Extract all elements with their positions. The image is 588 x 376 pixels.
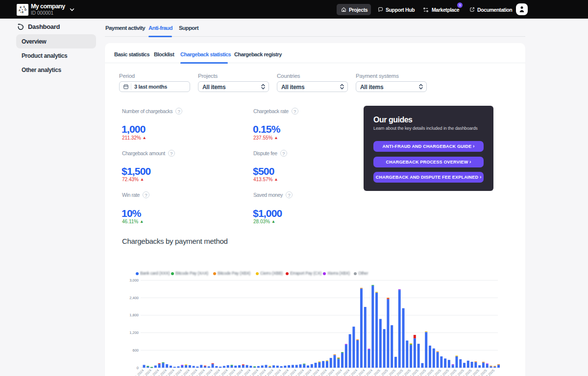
svg-text:1,200: 1,200 bbox=[129, 330, 139, 335]
svg-text:600: 600 bbox=[132, 348, 139, 352]
svg-text:K: K bbox=[20, 6, 22, 9]
svg-text:1,800: 1,800 bbox=[129, 313, 139, 317]
svg-text:3,000: 3,000 bbox=[129, 278, 139, 282]
svg-text:R: R bbox=[22, 11, 24, 14]
svg-text:0: 0 bbox=[137, 366, 139, 370]
svg-text:2,400: 2,400 bbox=[129, 296, 139, 300]
svg-text:O: O bbox=[24, 8, 26, 11]
svg-text:A: A bbox=[19, 9, 21, 12]
